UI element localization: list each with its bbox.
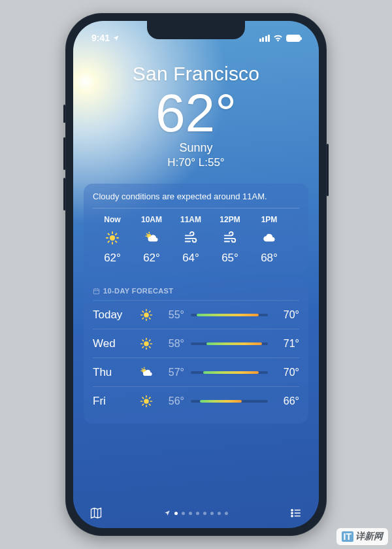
hourly-summary: Cloudy conditions are expected around 11…	[93, 191, 299, 208]
page-dots[interactable]	[164, 510, 228, 516]
location-arrow-icon	[112, 35, 120, 42]
daily-row[interactable]: Wed 58° 71°	[93, 329, 299, 358]
hour-temp: 64°	[171, 252, 210, 265]
sun-icon	[135, 395, 158, 408]
hour-temp: 70	[289, 252, 299, 265]
hour-time: 2P	[289, 215, 299, 224]
page-dot	[174, 512, 178, 515]
svg-line-42	[142, 369, 142, 369]
svg-line-35	[142, 340, 144, 341]
location-name: San Francisco	[73, 63, 319, 85]
svg-line-50	[142, 404, 144, 405]
svg-line-5	[108, 233, 109, 235]
svg-line-48	[142, 397, 144, 399]
hour-time: 11AM	[171, 215, 210, 224]
hour-item: 12PM 65°	[210, 215, 250, 265]
day-hi: 71°	[274, 338, 299, 350]
page-dot	[189, 512, 192, 515]
volume-up	[63, 137, 65, 170]
svg-line-38	[149, 340, 150, 341]
svg-line-8	[116, 233, 117, 235]
sun-icon	[135, 337, 158, 350]
hour-time: 12PM	[210, 215, 250, 224]
partly-icon	[289, 228, 299, 248]
calendar-icon	[93, 288, 100, 295]
svg-point-30	[144, 341, 149, 346]
day-label: Wed	[93, 337, 135, 350]
day-label: Thu	[93, 366, 135, 379]
map-button[interactable]	[89, 506, 103, 520]
svg-point-52	[291, 509, 293, 510]
watermark: IT详新网	[336, 528, 388, 545]
daily-row[interactable]: Today 55° 70°	[93, 301, 299, 329]
hourly-panel[interactable]: Cloudy conditions are expected around 11…	[84, 184, 308, 273]
sun-icon	[135, 308, 158, 322]
hour-item: 10AM 62°	[132, 215, 171, 265]
day-lo: 57°	[158, 367, 184, 378]
svg-line-28	[142, 318, 144, 319]
current-temp: 62°	[73, 86, 319, 140]
svg-line-26	[142, 311, 144, 312]
bottom-bar	[73, 506, 319, 520]
watermark-text: 详新网	[355, 531, 383, 542]
svg-line-51	[149, 397, 150, 399]
day-hi: 66°	[274, 395, 299, 407]
sun-icon	[93, 228, 132, 248]
page-dot	[210, 512, 214, 515]
cloud-icon	[250, 228, 289, 248]
svg-line-36	[149, 346, 150, 348]
daily-panel[interactable]: 10-DAY FORECAST Today 55° 70°Wed 58° 71°…	[84, 279, 308, 424]
svg-rect-17	[93, 289, 99, 293]
temp-range-bar	[191, 400, 268, 403]
temp-range-bar	[191, 371, 268, 374]
day-lo: 58°	[158, 338, 184, 350]
map-icon	[89, 507, 103, 520]
page-dot	[203, 512, 206, 515]
phone-frame: 9:41 San Francisco 62° Sunny H:70° L:55°…	[65, 13, 327, 536]
svg-point-54	[291, 515, 293, 516]
hourly-row[interactable]: Now 62°10AM 62°11AM 64°12PM 65°1PM 68°2P…	[93, 215, 299, 265]
location-dot-icon	[164, 510, 171, 516]
svg-line-37	[142, 346, 144, 348]
hour-time: 1PM	[250, 215, 289, 224]
svg-line-12	[146, 233, 147, 234]
hour-item: 2P 70	[289, 215, 299, 265]
wind-icon	[210, 228, 250, 248]
hour-item: 1PM 68°	[250, 215, 289, 265]
day-label: Fri	[93, 395, 135, 408]
page-dot	[182, 512, 185, 515]
notch	[147, 21, 245, 39]
wifi-icon	[273, 34, 283, 42]
page-dot	[196, 512, 199, 515]
svg-line-27	[149, 318, 150, 319]
temp-range-bar	[191, 314, 268, 316]
list-button[interactable]	[289, 506, 303, 520]
daily-row[interactable]: Fri 56° 66°	[93, 387, 299, 416]
partly-icon	[132, 228, 171, 248]
volume-down	[63, 178, 65, 210]
power-button	[327, 144, 329, 196]
temp-range-bar	[191, 342, 268, 345]
list-icon	[289, 507, 303, 519]
day-lo: 56°	[158, 395, 184, 407]
day-label: Today	[93, 308, 135, 322]
hour-temp: 62°	[93, 252, 132, 265]
svg-line-7	[108, 241, 109, 242]
daily-header-label: 10-DAY FORECAST	[103, 287, 173, 295]
hour-time: 10AM	[132, 215, 171, 224]
daily-row[interactable]: Thu 57° 70°	[93, 358, 299, 387]
current-conditions: San Francisco 62° Sunny H:70° L:55°	[73, 47, 319, 177]
hour-time: Now	[93, 215, 132, 224]
daily-header: 10-DAY FORECAST	[93, 287, 299, 301]
day-hi: 70°	[274, 309, 299, 321]
current-condition: Sunny	[73, 141, 319, 155]
battery-icon	[286, 35, 301, 42]
hour-temp: 62°	[132, 252, 171, 265]
svg-line-29	[149, 311, 150, 312]
svg-line-6	[116, 241, 117, 242]
partly-icon	[135, 366, 158, 379]
wind-icon	[171, 228, 210, 248]
day-lo: 55°	[158, 309, 184, 321]
signal-icon	[259, 35, 270, 42]
hour-item: 11AM 64°	[171, 215, 210, 265]
